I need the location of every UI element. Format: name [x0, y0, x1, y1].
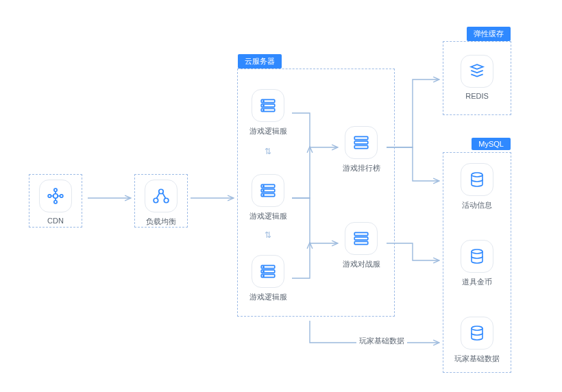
svg-point-34 [472, 326, 482, 330]
db-coins: 道具金币 [453, 240, 501, 287]
mysql-panel-title: MySQL [472, 138, 511, 150]
network-icon [39, 180, 72, 212]
svg-rect-28 [354, 145, 368, 148]
logic-server-1-label: 游戏逻辑服 [244, 126, 292, 136]
svg-point-18 [263, 190, 264, 191]
svg-point-6 [154, 198, 158, 203]
link-icon: ⇅ [263, 230, 273, 240]
server-icon [252, 255, 284, 288]
svg-point-0 [53, 194, 58, 199]
server-icon [345, 126, 378, 159]
svg-rect-26 [354, 136, 368, 139]
svg-point-25 [263, 275, 264, 276]
svg-rect-31 [354, 241, 368, 244]
ranking-server-label: 游戏排行榜 [337, 163, 385, 173]
ranking-server: 游戏排行榜 [337, 126, 385, 173]
database-icon [461, 240, 493, 273]
svg-point-7 [164, 198, 169, 203]
logic-server-2-label: 游戏逻辑服 [244, 211, 292, 221]
svg-point-24 [263, 271, 264, 271]
svg-point-13 [263, 110, 264, 110]
logic-server-3-label: 游戏逻辑服 [244, 292, 292, 302]
cdn-label: CDN [32, 217, 80, 225]
architecture-diagram: CDN 负载均衡 云服务器 游戏逻辑服 ⇅ [0, 0, 562, 392]
cache-panel-title: 弹性缓存 [467, 27, 511, 41]
svg-point-4 [54, 201, 57, 204]
svg-rect-30 [354, 237, 368, 240]
server-icon [252, 174, 284, 207]
logic-server-1: 游戏逻辑服 [244, 89, 292, 136]
svg-rect-27 [354, 141, 368, 144]
db-activity: 活动信息 [453, 163, 501, 210]
svg-point-12 [263, 105, 264, 106]
battle-server-label: 游戏对战服 [337, 259, 385, 269]
lb-label: 负载均衡 [137, 217, 185, 227]
link-icon: ⇅ [263, 147, 273, 156]
svg-point-17 [263, 186, 264, 186]
database-icon [461, 163, 493, 196]
logic-server-2: 游戏逻辑服 [244, 174, 292, 221]
svg-point-2 [60, 195, 63, 197]
database-icon [461, 317, 493, 350]
server-icon [345, 222, 378, 255]
redis-node: REDIS [453, 55, 501, 100]
db-activity-label: 活动信息 [453, 200, 501, 210]
load-balancer-icon [145, 180, 178, 212]
db-player-label: 玩家基础数据 [453, 354, 501, 364]
server-icon [252, 89, 284, 122]
svg-point-23 [263, 267, 264, 267]
svg-point-33 [472, 249, 482, 254]
svg-point-1 [48, 195, 51, 197]
battle-server: 游戏对战服 [337, 222, 385, 269]
logic-server-3: 游戏逻辑服 [244, 255, 292, 302]
svg-point-19 [263, 195, 264, 195]
flow-label-player-data: 玩家基础数据 [356, 336, 407, 346]
cloud-server-title: 云服务器 [238, 54, 282, 69]
stack-icon [461, 55, 493, 88]
svg-point-11 [263, 101, 264, 101]
redis-label: REDIS [453, 92, 501, 100]
svg-point-3 [54, 188, 57, 191]
cdn-node: CDN [32, 180, 80, 225]
svg-rect-29 [354, 232, 368, 235]
db-coins-label: 道具金币 [453, 277, 501, 287]
svg-point-32 [472, 173, 482, 177]
lb-node: 负载均衡 [137, 180, 185, 227]
db-player: 玩家基础数据 [453, 317, 501, 364]
